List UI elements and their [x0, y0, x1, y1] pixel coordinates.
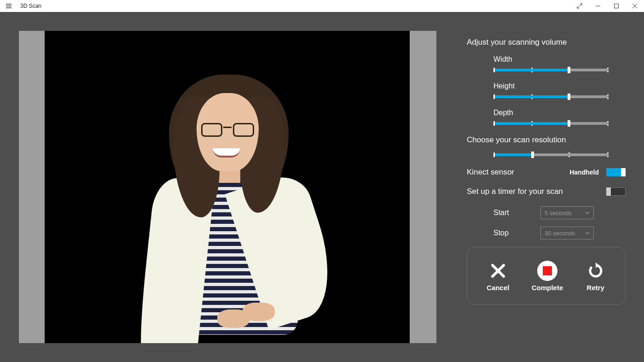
menu-button[interactable] — [0, 3, 17, 9]
start-value: 5 seconds — [545, 210, 572, 216]
retry-label: Retry — [587, 284, 604, 292]
cancel-icon — [490, 263, 506, 279]
scan-subject-illustration — [132, 70, 330, 328]
hamburger-icon — [6, 3, 12, 9]
maximize-button[interactable] — [607, 0, 626, 12]
kinect-label: Kinect sensor — [467, 168, 514, 177]
start-label: Start — [493, 209, 513, 217]
stop-record-icon — [537, 261, 557, 281]
scanning-volume-heading: Adjust your scanning volume — [467, 38, 626, 47]
titlebar: 3D Scan — [0, 0, 644, 12]
action-panel: Cancel Complete Retry — [467, 247, 626, 305]
height-label: Height — [493, 82, 626, 90]
resolution-slider[interactable] — [493, 153, 609, 157]
stop-value: 30 seconds — [545, 230, 575, 237]
kinect-sensor-row: Kinect sensor Handheld — [467, 168, 626, 177]
timer-row: Set up a timer for your scan — [467, 187, 626, 196]
scan-preview-frame — [19, 31, 436, 343]
maximize-icon — [614, 3, 619, 9]
window-controls — [570, 0, 644, 12]
height-slider[interactable] — [493, 95, 609, 99]
chevron-down-icon — [585, 231, 590, 235]
complete-button[interactable]: Complete — [532, 261, 563, 292]
resolution-heading: Choose your scan resolution — [467, 135, 626, 145]
depth-label: Depth — [493, 109, 626, 117]
width-label: Width — [493, 55, 626, 64]
diagonal-arrows-icon — [577, 3, 582, 9]
chevron-down-icon — [585, 210, 590, 215]
close-button[interactable] — [626, 0, 644, 12]
cancel-label: Cancel — [487, 284, 509, 292]
scan-preview — [45, 31, 410, 343]
retry-icon — [587, 263, 604, 279]
timer-stop-row: Stop 30 seconds — [493, 227, 626, 239]
fullscreen-button[interactable] — [570, 0, 589, 12]
svg-rect-0 — [615, 4, 619, 8]
close-icon — [632, 3, 638, 9]
stop-dropdown[interactable]: 30 seconds — [540, 227, 594, 239]
settings-panel: Adjust your scanning volume Width Height… — [467, 38, 626, 305]
timer-start-row: Start 5 seconds — [493, 206, 626, 219]
cancel-button[interactable]: Cancel — [487, 261, 509, 292]
width-slider[interactable] — [493, 68, 609, 72]
minimize-button[interactable] — [589, 0, 607, 12]
stop-label: Stop — [493, 229, 513, 237]
start-dropdown[interactable]: 5 seconds — [540, 206, 594, 219]
kinect-toggle[interactable] — [606, 168, 626, 176]
minimize-icon — [595, 3, 601, 9]
retry-button[interactable]: Retry — [586, 261, 606, 292]
app-title: 3D Scan — [20, 3, 41, 9]
depth-slider[interactable] — [493, 122, 609, 125]
kinect-mode: Handheld — [569, 169, 599, 176]
timer-label: Set up a timer for your scan — [467, 187, 563, 196]
complete-label: Complete — [532, 284, 563, 292]
timer-toggle[interactable] — [606, 187, 626, 196]
